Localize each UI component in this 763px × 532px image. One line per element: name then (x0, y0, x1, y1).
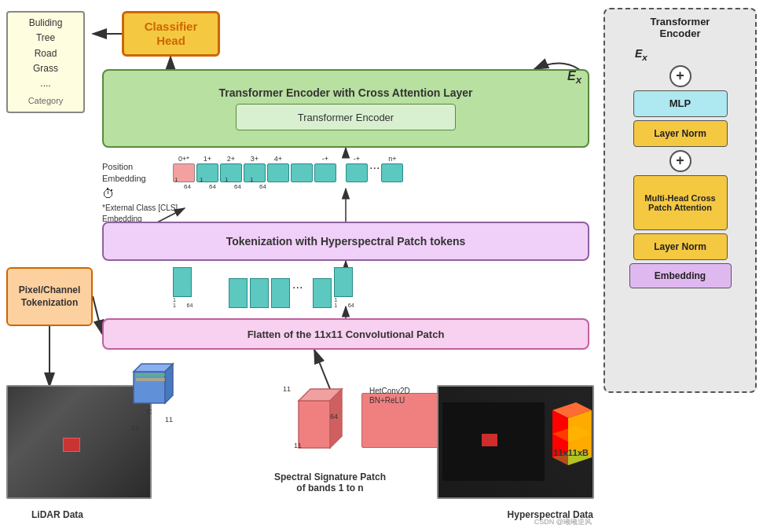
svg-line-8 (93, 296, 102, 334)
svg-rect-22 (136, 378, 165, 381)
token-dims-row: 164 164 164 164 (174, 176, 272, 190)
transformer-encoder-detail-title: Transformer Encoder (611, 16, 749, 39)
pixel-channel-box: Pixel/Channel Tokenization (6, 267, 93, 326)
te-mlp-box: MLP (633, 90, 728, 117)
transformer-cross-label: Transformer Encoder with Cross Attention… (218, 86, 472, 99)
transformer-cross-attention-block: Transformer Encoder with Cross Attention… (102, 69, 589, 148)
category-item: .... (40, 76, 50, 91)
te-plus-circle-top: + (669, 65, 691, 87)
category-item: Road (35, 46, 57, 61)
watermark: CSDN @曦曦逆风 (534, 517, 592, 527)
classifier-head: Classifier Head (122, 11, 220, 57)
classifier-head-label: Classifier Head (145, 20, 198, 48)
svg-rect-21 (136, 373, 165, 376)
category-box: Buliding Tree Road Grass .... Category (6, 11, 85, 113)
te-ex-output-label: Ex (635, 47, 647, 62)
tokenization-label: Tokenization with Hyperspectral Patch to… (226, 235, 466, 248)
lidar-label: LiDAR Data (31, 509, 83, 520)
svg-rect-23 (299, 401, 330, 448)
spectral-patch-3d: 11 11 64 (283, 377, 346, 459)
te-plus-circle-bottom: + (669, 150, 691, 172)
category-item: Grass (33, 61, 58, 76)
te-layernorm-box-2: Layer Norm (633, 233, 728, 260)
transformer-encoder-inner: Transformer Encoder (236, 104, 456, 130)
ex-label-top: Ex (567, 69, 581, 86)
flatten-label: Flatten of the 11x11 Convolutional Patch (248, 328, 445, 340)
category-item: Tree (36, 31, 55, 46)
hetconv-label: HetConv2D (369, 387, 410, 395)
transformer-encoder-detail-box: Transformer Encoder Ex + MLP Layer Norm … (603, 8, 757, 393)
category-item: Buliding (29, 16, 63, 31)
pixel-channel-label: Pixel/Channel Tokenization (8, 284, 91, 309)
svg-rect-27 (482, 434, 497, 446)
main-container: Buliding Tree Road Grass .... Category C… (0, 0, 763, 532)
te-mhcpa-box: Multi-Head Cross Patch Attention (633, 175, 728, 230)
hyperspectral-dims-label: 11x11xB (553, 448, 589, 457)
spectral-cube: C 11 11 (122, 356, 177, 431)
patch-token-row: 1 1 64 ··· 1 1 64 (173, 267, 381, 308)
category-label: Category (28, 94, 64, 108)
spectral-signature-label: Spectral Signature Patch of bands 1 to n (267, 471, 393, 493)
tokenization-block: Tokenization with Hyperspectral Patch to… (102, 222, 589, 261)
te-embedding-box: Embedding (629, 263, 732, 288)
hyperspectral-data-image (437, 385, 594, 499)
te-layernorm-box-1: Layer Norm (633, 120, 728, 147)
svg-marker-20 (165, 364, 173, 403)
bn-relu-label: BN+ReLU (369, 396, 405, 405)
position-embedding-label: Position Embedding ⏱ (102, 161, 146, 203)
flatten-block: Flatten of the 11x11 Convolutional Patch (102, 318, 589, 350)
